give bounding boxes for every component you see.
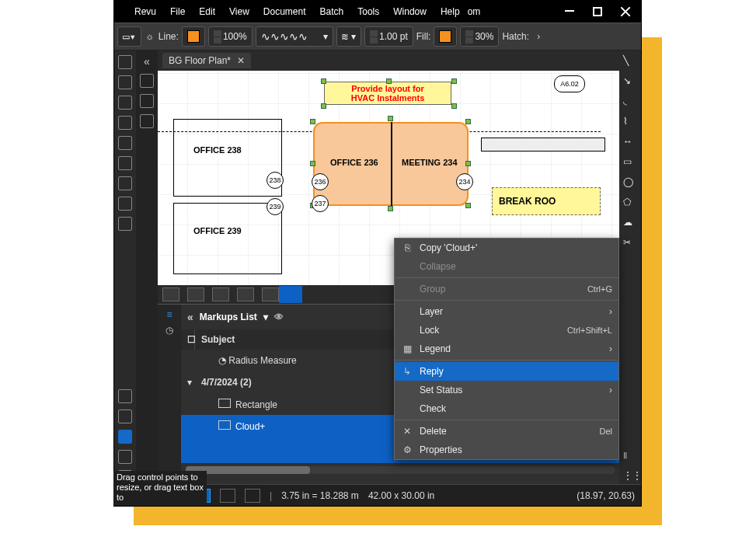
grid-panel-button[interactable] xyxy=(118,75,132,89)
toolbar-overflow[interactable]: › xyxy=(532,31,545,42)
scale-readout: 3.75 in = 18.288 m xyxy=(281,490,359,501)
sun-icon: ☼ xyxy=(145,31,155,42)
right-tool-rail: ╲ ↘ ◟ ⌇ ↔ ▭ ◯ ⬠ ☁ ✂ ⫴ ⋮⋮ xyxy=(619,51,641,484)
arrow-tool-icon[interactable]: ↘ xyxy=(623,75,637,89)
polyline-tool-icon[interactable]: ⌇ xyxy=(623,116,637,130)
ctx-lock[interactable]: LockCtrl+Shift+L xyxy=(395,321,618,340)
markups-dropdown-icon[interactable]: ▾ xyxy=(263,312,268,322)
zoom-truncated: om xyxy=(468,6,481,17)
studio-button[interactable] xyxy=(118,409,132,423)
count-tool-icon[interactable]: ⋮⋮ xyxy=(623,470,637,484)
settings-panel-button[interactable] xyxy=(118,176,132,190)
ctx-copy[interactable]: ⎘Copy 'Cloud+' xyxy=(395,239,618,257)
cursor-coords: (18.97, 20.63) xyxy=(577,490,635,501)
zoom-value: 100% xyxy=(223,31,247,42)
ctx-legend[interactable]: ▦Legend› xyxy=(395,340,618,358)
copy-icon: ⎘ xyxy=(401,242,413,254)
line-style-dropdown[interactable]: ∿∿∿∿∿▾ xyxy=(256,26,333,47)
markups-hscroll[interactable] xyxy=(186,466,615,474)
ellipse-tool-icon[interactable]: ◯ xyxy=(623,176,637,190)
search-button[interactable] xyxy=(118,430,132,444)
context-menu: ⎘Copy 'Cloud+' Collapse GroupCtrl+G Laye… xyxy=(394,238,619,460)
document-tab[interactable]: BG Floor Plan* ✕ xyxy=(162,53,251,68)
collapse-left-panel[interactable]: « xyxy=(144,55,150,68)
compare-button[interactable] xyxy=(262,287,279,301)
split-horizontal-button[interactable] xyxy=(212,287,229,301)
meeting-234-label: MEETING 234 xyxy=(402,158,458,167)
signatures-panel-button[interactable] xyxy=(118,197,132,211)
polygon-tool-icon[interactable]: ⬠ xyxy=(623,197,637,211)
split-vertical-button[interactable] xyxy=(187,287,204,301)
menu-file[interactable]: File xyxy=(170,6,185,17)
room-num-236: 236 xyxy=(312,173,329,190)
crop-tool-icon[interactable]: ✂ xyxy=(623,237,637,251)
line-label: Line: xyxy=(159,31,179,42)
calibrate-tool-icon[interactable]: ⫴ xyxy=(623,450,637,464)
ctx-properties[interactable]: ⚙Properties xyxy=(395,441,618,459)
fill-label: Fill: xyxy=(416,31,431,42)
measurements-panel-button[interactable] xyxy=(118,217,132,231)
zoom-spinner[interactable]: 100% xyxy=(208,26,253,47)
opacity-spinner[interactable]: 30% xyxy=(460,26,499,47)
room-num-234: 234 xyxy=(456,173,473,190)
line-width-value: 1.00 pt xyxy=(379,31,408,42)
markups-panel-actions: ≡ ◷ xyxy=(158,305,181,484)
split-4-button[interactable] xyxy=(237,287,254,301)
dimension-tool-icon[interactable]: ↔ xyxy=(623,136,637,150)
arc-tool-icon[interactable]: ◟ xyxy=(623,96,637,110)
minimize-button[interactable] xyxy=(565,10,574,19)
line-tool-icon[interactable]: ╲ xyxy=(623,55,637,69)
gear-icon: ⚙ xyxy=(401,444,413,456)
ctx-set-status[interactable]: Set Status› xyxy=(395,381,618,399)
rectangle-tool-icon[interactable]: ▭ xyxy=(623,156,637,170)
outline-button[interactable] xyxy=(220,489,235,503)
ctx-delete[interactable]: ✕DeleteDel xyxy=(395,422,618,441)
left-panel-tabs: « xyxy=(114,51,158,484)
menu-help[interactable]: Help xyxy=(441,6,460,17)
bookmarks-panel-button[interactable] xyxy=(118,96,132,110)
spaces-panel-button[interactable] xyxy=(118,156,132,170)
clock-icon[interactable]: ◷ xyxy=(165,325,173,336)
menu-tools[interactable]: Tools xyxy=(357,6,379,17)
panel-search-icon[interactable] xyxy=(140,114,154,128)
dim-button[interactable] xyxy=(245,489,260,503)
ctx-reply[interactable]: ↳Reply xyxy=(395,362,618,381)
office-236-label: OFFICE 236 xyxy=(330,158,378,167)
ctx-layer[interactable]: Layer› xyxy=(395,302,618,321)
menu-revu[interactable]: Revu xyxy=(134,6,156,17)
app-window: Revu File Edit View Document Batch Tools… xyxy=(113,0,642,507)
menu-document[interactable]: Document xyxy=(263,6,306,17)
panel-thumbnails-icon[interactable] xyxy=(140,74,154,88)
room-num-238: 238 xyxy=(267,172,284,189)
menu-view[interactable]: View xyxy=(229,6,249,17)
fill-color-picker[interactable] xyxy=(434,26,457,47)
maximize-button[interactable] xyxy=(593,7,602,16)
layers-panel-button[interactable] xyxy=(118,116,132,130)
panel-3d-icon[interactable] xyxy=(140,94,154,108)
ctx-collapse: Collapse xyxy=(395,257,618,276)
thumbnails-panel-button[interactable] xyxy=(118,55,132,69)
single-page-button[interactable] xyxy=(162,287,179,301)
line-color-picker[interactable] xyxy=(182,26,205,47)
hatch-label: Hatch: xyxy=(502,31,529,42)
reply-icon: ↳ xyxy=(401,365,413,378)
document-tab-close-icon[interactable]: ✕ xyxy=(237,55,245,66)
collapse-markups-left[interactable]: « xyxy=(187,311,193,323)
markups-panel-title: Markups List xyxy=(200,312,257,322)
page-layout-dropdown[interactable]: ▭▾ xyxy=(117,26,141,47)
menu-window[interactable]: Window xyxy=(393,6,427,17)
menu-edit[interactable]: Edit xyxy=(199,6,215,17)
menu-batch[interactable]: Batch xyxy=(320,6,344,17)
markups-visibility-icon[interactable]: 👁 xyxy=(274,312,284,322)
ctx-check[interactable]: Check xyxy=(395,399,618,418)
sets-button[interactable] xyxy=(118,450,132,464)
callout-textbox[interactable]: Provide layout for HVAC Instalments xyxy=(324,82,451,105)
close-button[interactable] xyxy=(621,7,630,16)
detail-a602: A6.02 xyxy=(554,75,585,92)
list-view-icon[interactable]: ≡ xyxy=(166,309,172,320)
file-access-button[interactable] xyxy=(118,389,132,403)
places-panel-button[interactable] xyxy=(118,136,132,150)
start-style-dropdown[interactable]: ≋▾ xyxy=(336,26,361,47)
line-width-spinner[interactable]: 1.00 pt xyxy=(364,26,413,47)
cloud-tool-icon[interactable]: ☁ xyxy=(623,217,637,231)
